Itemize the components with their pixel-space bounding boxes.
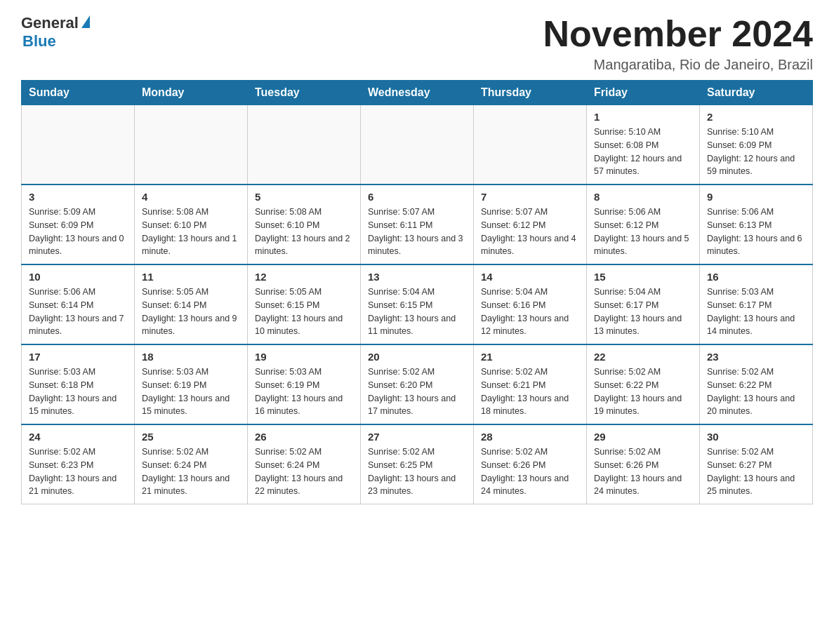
calendar-week-row: 10Sunrise: 5:06 AMSunset: 6:14 PMDayligh… (22, 264, 813, 344)
day-info: Sunrise: 5:03 AMSunset: 6:19 PMDaylight:… (255, 365, 353, 418)
day-of-week-header: Tuesday (248, 81, 361, 105)
day-number: 26 (255, 431, 353, 443)
page-header: General Blue November 2024 Mangaratiba, … (21, 14, 813, 73)
day-number: 22 (594, 351, 692, 363)
calendar-day-cell: 14Sunrise: 5:04 AMSunset: 6:16 PMDayligh… (474, 264, 587, 344)
day-number: 8 (594, 191, 692, 203)
logo: General Blue (21, 14, 90, 51)
day-info: Sunrise: 5:02 AMSunset: 6:23 PMDaylight:… (29, 445, 127, 498)
day-number: 27 (368, 431, 466, 443)
calendar-day-cell: 18Sunrise: 5:03 AMSunset: 6:19 PMDayligh… (135, 344, 248, 424)
day-info: Sunrise: 5:02 AMSunset: 6:24 PMDaylight:… (142, 445, 240, 498)
day-info: Sunrise: 5:10 AMSunset: 6:08 PMDaylight:… (594, 126, 692, 178)
day-number: 20 (368, 351, 466, 363)
calendar-day-cell: 10Sunrise: 5:06 AMSunset: 6:14 PMDayligh… (22, 264, 135, 344)
logo-triangle-icon (81, 15, 90, 28)
day-info: Sunrise: 5:04 AMSunset: 6:17 PMDaylight:… (594, 286, 692, 338)
calendar-header: SundayMondayTuesdayWednesdayThursdayFrid… (22, 81, 813, 105)
day-info: Sunrise: 5:04 AMSunset: 6:15 PMDaylight:… (368, 286, 466, 338)
day-info: Sunrise: 5:02 AMSunset: 6:21 PMDaylight:… (481, 365, 579, 418)
day-number: 18 (142, 351, 240, 363)
calendar-week-row: 17Sunrise: 5:03 AMSunset: 6:18 PMDayligh… (22, 344, 813, 424)
location-text: Mangaratiba, Rio de Janeiro, Brazil (543, 57, 813, 73)
calendar-week-row: 24Sunrise: 5:02 AMSunset: 6:23 PMDayligh… (22, 424, 813, 504)
calendar-day-cell (361, 105, 474, 185)
day-info: Sunrise: 5:08 AMSunset: 6:10 PMDaylight:… (255, 206, 353, 258)
day-info: Sunrise: 5:02 AMSunset: 6:24 PMDaylight:… (255, 445, 353, 498)
day-info: Sunrise: 5:06 AMSunset: 6:12 PMDaylight:… (594, 206, 692, 258)
calendar-day-cell: 2Sunrise: 5:10 AMSunset: 6:09 PMDaylight… (700, 105, 813, 185)
day-info: Sunrise: 5:03 AMSunset: 6:17 PMDaylight:… (707, 286, 805, 338)
day-number: 7 (481, 191, 579, 203)
day-number: 1 (594, 111, 692, 123)
day-number: 30 (707, 431, 805, 443)
day-number: 29 (594, 431, 692, 443)
calendar-day-cell: 6Sunrise: 5:07 AMSunset: 6:11 PMDaylight… (361, 185, 474, 264)
calendar-day-cell: 4Sunrise: 5:08 AMSunset: 6:10 PMDaylight… (135, 185, 248, 264)
day-info: Sunrise: 5:06 AMSunset: 6:14 PMDaylight:… (29, 286, 127, 338)
day-number: 6 (368, 191, 466, 203)
day-info: Sunrise: 5:02 AMSunset: 6:20 PMDaylight:… (368, 365, 466, 418)
logo-general-text: General (21, 14, 79, 32)
calendar-day-cell: 7Sunrise: 5:07 AMSunset: 6:12 PMDaylight… (474, 185, 587, 264)
day-info: Sunrise: 5:02 AMSunset: 6:26 PMDaylight:… (594, 445, 692, 498)
day-info: Sunrise: 5:05 AMSunset: 6:15 PMDaylight:… (255, 286, 353, 338)
calendar-day-cell: 8Sunrise: 5:06 AMSunset: 6:12 PMDaylight… (587, 185, 700, 264)
day-number: 15 (594, 271, 692, 283)
day-number: 19 (255, 351, 353, 363)
day-of-week-header: Friday (587, 81, 700, 105)
day-info: Sunrise: 5:07 AMSunset: 6:12 PMDaylight:… (481, 206, 579, 258)
day-info: Sunrise: 5:05 AMSunset: 6:14 PMDaylight:… (142, 286, 240, 338)
calendar-day-cell: 26Sunrise: 5:02 AMSunset: 6:24 PMDayligh… (248, 424, 361, 504)
calendar-day-cell: 13Sunrise: 5:04 AMSunset: 6:15 PMDayligh… (361, 264, 474, 344)
calendar-day-cell: 15Sunrise: 5:04 AMSunset: 6:17 PMDayligh… (587, 264, 700, 344)
calendar-day-cell (22, 105, 135, 185)
day-headers-row: SundayMondayTuesdayWednesdayThursdayFrid… (22, 81, 813, 105)
calendar-day-cell: 17Sunrise: 5:03 AMSunset: 6:18 PMDayligh… (22, 344, 135, 424)
day-info: Sunrise: 5:06 AMSunset: 6:13 PMDaylight:… (707, 206, 805, 258)
calendar-day-cell: 20Sunrise: 5:02 AMSunset: 6:20 PMDayligh… (361, 344, 474, 424)
logo-blue-text: Blue (22, 32, 56, 51)
day-number: 14 (481, 271, 579, 283)
day-number: 9 (707, 191, 805, 203)
calendar-day-cell: 16Sunrise: 5:03 AMSunset: 6:17 PMDayligh… (700, 264, 813, 344)
day-info: Sunrise: 5:02 AMSunset: 6:22 PMDaylight:… (707, 365, 805, 418)
calendar-day-cell: 27Sunrise: 5:02 AMSunset: 6:25 PMDayligh… (361, 424, 474, 504)
calendar-body: 1Sunrise: 5:10 AMSunset: 6:08 PMDaylight… (22, 105, 813, 504)
day-of-week-header: Monday (135, 81, 248, 105)
day-number: 17 (29, 351, 127, 363)
calendar-week-row: 1Sunrise: 5:10 AMSunset: 6:08 PMDaylight… (22, 105, 813, 185)
calendar-day-cell: 12Sunrise: 5:05 AMSunset: 6:15 PMDayligh… (248, 264, 361, 344)
day-number: 3 (29, 191, 127, 203)
day-info: Sunrise: 5:10 AMSunset: 6:09 PMDaylight:… (707, 126, 805, 178)
day-number: 2 (707, 111, 805, 123)
calendar-day-cell: 30Sunrise: 5:02 AMSunset: 6:27 PMDayligh… (700, 424, 813, 504)
day-info: Sunrise: 5:03 AMSunset: 6:19 PMDaylight:… (142, 365, 240, 418)
calendar-day-cell (474, 105, 587, 185)
calendar-day-cell: 9Sunrise: 5:06 AMSunset: 6:13 PMDaylight… (700, 185, 813, 264)
day-info: Sunrise: 5:04 AMSunset: 6:16 PMDaylight:… (481, 286, 579, 338)
day-number: 16 (707, 271, 805, 283)
day-number: 11 (142, 271, 240, 283)
day-number: 23 (707, 351, 805, 363)
day-of-week-header: Saturday (700, 81, 813, 105)
calendar-day-cell: 22Sunrise: 5:02 AMSunset: 6:22 PMDayligh… (587, 344, 700, 424)
day-info: Sunrise: 5:02 AMSunset: 6:25 PMDaylight:… (368, 445, 466, 498)
day-number: 13 (368, 271, 466, 283)
calendar-week-row: 3Sunrise: 5:09 AMSunset: 6:09 PMDaylight… (22, 185, 813, 264)
day-of-week-header: Wednesday (361, 81, 474, 105)
calendar-day-cell: 28Sunrise: 5:02 AMSunset: 6:26 PMDayligh… (474, 424, 587, 504)
day-info: Sunrise: 5:02 AMSunset: 6:22 PMDaylight:… (594, 365, 692, 418)
calendar-day-cell (135, 105, 248, 185)
title-section: November 2024 Mangaratiba, Rio de Janeir… (543, 14, 813, 73)
calendar-day-cell: 3Sunrise: 5:09 AMSunset: 6:09 PMDaylight… (22, 185, 135, 264)
calendar-day-cell: 25Sunrise: 5:02 AMSunset: 6:24 PMDayligh… (135, 424, 248, 504)
day-number: 4 (142, 191, 240, 203)
day-info: Sunrise: 5:07 AMSunset: 6:11 PMDaylight:… (368, 206, 466, 258)
day-of-week-header: Sunday (22, 81, 135, 105)
day-number: 10 (29, 271, 127, 283)
day-number: 21 (481, 351, 579, 363)
calendar-day-cell: 29Sunrise: 5:02 AMSunset: 6:26 PMDayligh… (587, 424, 700, 504)
day-info: Sunrise: 5:09 AMSunset: 6:09 PMDaylight:… (29, 206, 127, 258)
day-of-week-header: Thursday (474, 81, 587, 105)
